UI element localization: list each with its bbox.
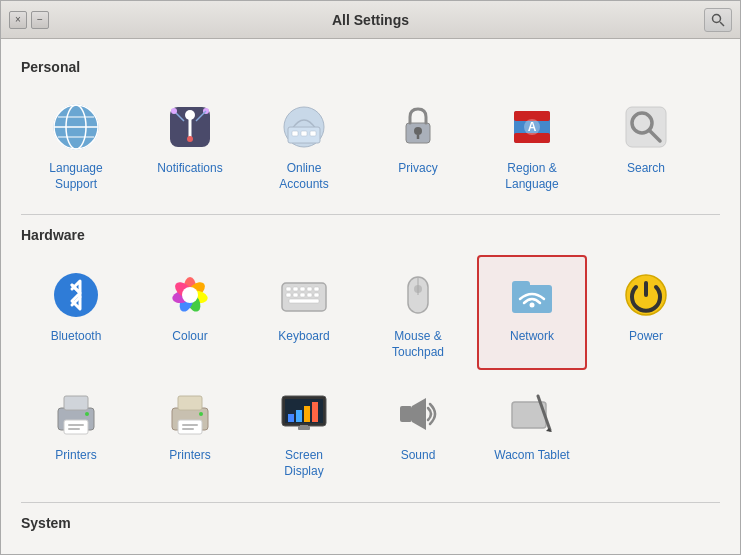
svg-point-0 [713,14,721,22]
sidebar-item-region-language[interactable]: A Region &Language [477,87,587,202]
svg-rect-62 [64,396,88,410]
mouse-icon [390,267,446,323]
sidebar-item-details[interactable]: Details [21,543,131,554]
search-label: Search [627,161,665,177]
bluetooth-icon [48,267,104,323]
svg-line-1 [720,22,724,26]
svg-rect-50 [300,293,305,297]
svg-rect-76 [296,410,302,422]
colour-icon [162,267,218,323]
notifications-label: Notifications [157,161,222,177]
search-icon [711,13,725,27]
language-support-icon [48,99,104,155]
printers1-icon [48,386,104,442]
svg-rect-63 [64,420,88,434]
privacy-icon [390,99,446,155]
system-items-grid: Details Sharing [21,543,720,554]
privacy-label: Privacy [398,161,437,177]
sidebar-item-sharing[interactable]: Sharing [135,543,245,554]
wacom-tablet-label: Wacom Tablet [494,448,569,464]
svg-rect-44 [293,287,298,291]
language-support-label: LanguageSupport [49,161,102,192]
svg-rect-64 [68,424,84,426]
svg-point-59 [530,303,535,308]
sidebar-item-colour[interactable]: Colour [135,255,245,370]
sidebar-item-language-support[interactable]: LanguageSupport [21,87,131,202]
svg-text:A: A [528,120,537,134]
minimize-button[interactable]: − [31,11,49,29]
svg-marker-82 [412,398,426,430]
region-language-label: Region &Language [505,161,558,192]
svg-rect-58 [512,281,530,289]
sidebar-item-sound[interactable]: Sound [363,374,473,489]
svg-rect-46 [307,287,312,291]
sidebar-item-privacy[interactable]: Privacy [363,87,473,202]
svg-rect-68 [178,396,202,410]
printers2-icon [162,386,218,442]
divider-personal-hardware [21,214,720,215]
svg-rect-81 [400,406,412,422]
svg-rect-49 [293,293,298,297]
svg-point-72 [199,412,203,416]
sound-label: Sound [401,448,436,464]
sidebar-item-notifications[interactable]: Notifications [135,87,245,202]
bluetooth-label: Bluetooth [51,329,102,345]
svg-rect-52 [314,293,319,297]
sidebar-item-mouse-touchpad[interactable]: Mouse &Touchpad [363,255,473,370]
hardware-items-grid: Bluetooth Colour [21,255,720,489]
sidebar-item-screen-display[interactable]: ScreenDisplay [249,374,359,489]
keyboard-label: Keyboard [278,329,329,345]
sidebar-item-network[interactable]: Network [477,255,587,370]
main-window: × − All Settings Personal [0,0,741,555]
svg-rect-17 [292,131,298,136]
wacom-icon [504,386,560,442]
svg-point-21 [414,127,422,135]
svg-rect-77 [304,406,310,422]
svg-rect-70 [182,424,198,426]
svg-point-56 [414,285,422,293]
online-accounts-icon [276,99,332,155]
screen-display-icon [276,386,332,442]
sidebar-item-printers1[interactable]: Printers [21,374,131,489]
sidebar-item-search[interactable]: Search [591,87,701,202]
close-button[interactable]: × [9,11,27,29]
svg-point-66 [85,412,89,416]
sidebar-item-bluetooth[interactable]: Bluetooth [21,255,131,370]
printers1-label: Printers [55,448,96,464]
section-title-personal: Personal [21,59,720,75]
sidebar-item-software-updates[interactable]: Software &Updates [249,543,359,554]
personal-items-grid: LanguageSupport Notifications [21,87,720,202]
search-button[interactable] [704,8,732,32]
sidebar-item-universal-access[interactable]: UniversalAccess [363,543,473,554]
power-icon [618,267,674,323]
sidebar-item-wacom-tablet[interactable]: Wacom Tablet [477,374,587,489]
notifications-icon [162,99,218,155]
sidebar-item-printers2[interactable]: Printers [135,374,245,489]
titlebar: × − All Settings [1,1,740,39]
network-label: Network [510,329,554,345]
sidebar-item-keyboard[interactable]: Keyboard [249,255,359,370]
sidebar-item-online-accounts[interactable]: OnlineAccounts [249,87,359,202]
search-settings-icon [618,99,674,155]
sidebar-item-users[interactable]: Users [477,543,587,554]
section-title-system: System [21,515,720,531]
svg-point-41 [182,287,198,303]
svg-rect-53 [289,299,319,303]
window-title: All Settings [332,12,409,28]
window-controls: × − [9,11,49,29]
power-label: Power [629,329,663,345]
svg-rect-48 [286,293,291,297]
svg-rect-69 [178,420,202,434]
settings-content: Personal LanguageSupport [1,39,740,554]
colour-label: Colour [172,329,207,345]
svg-rect-45 [300,287,305,291]
section-title-hardware: Hardware [21,227,720,243]
svg-rect-19 [310,131,316,136]
printers2-label: Printers [169,448,210,464]
sound-icon [390,386,446,442]
screen-display-label: ScreenDisplay [284,448,323,479]
svg-point-12 [187,136,193,142]
mouse-touchpad-label: Mouse &Touchpad [392,329,444,360]
divider-hardware-system [21,502,720,503]
sidebar-item-power[interactable]: Power [591,255,701,370]
